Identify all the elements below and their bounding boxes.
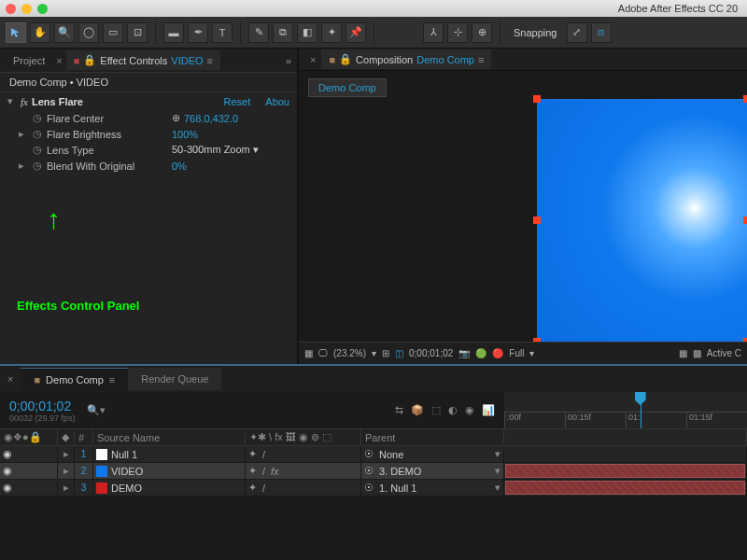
clone-tool[interactable]: ⧉: [273, 22, 293, 43]
snap-bounds-icon[interactable]: ⧈: [591, 22, 612, 43]
layer-name[interactable]: VIDEO: [111, 466, 143, 477]
motion-blur-icon[interactable]: ◉: [465, 404, 474, 416]
parent-dropdown[interactable]: None: [379, 449, 403, 460]
effect-header[interactable]: ▾ fx Lens Flare Reset Abou: [0, 91, 297, 110]
canvas-preview[interactable]: [537, 99, 747, 342]
zoom-tool[interactable]: 🔍: [54, 22, 75, 43]
fx-badge-icon[interactable]: fx: [21, 96, 28, 107]
shy-switch-icon[interactable]: ✦: [248, 482, 257, 494]
prop-value-dropdown[interactable]: 50-300mm Zoom ▾: [172, 144, 259, 156]
layer-row[interactable]: ◉▸3DEMO✦/☉1. Null 1▾: [0, 480, 747, 497]
stopwatch-icon[interactable]: ◷: [32, 161, 43, 172]
close-window-button[interactable]: [6, 4, 16, 14]
parent-dropdown[interactable]: 3. DEMO: [379, 466, 421, 477]
roto-tool[interactable]: ✦: [321, 22, 342, 43]
lock-icon[interactable]: 🔒: [339, 53, 352, 65]
disclosure-arrow-icon[interactable]: ▾: [7, 95, 17, 107]
rect-tool[interactable]: ▬: [163, 22, 184, 43]
current-timecode[interactable]: 0;00;01;02: [9, 399, 76, 413]
panel-overflow-icon[interactable]: »: [286, 55, 291, 66]
orbit-tool[interactable]: ◯: [78, 22, 99, 43]
transform-handle[interactable]: [533, 217, 541, 224]
lock-icon[interactable]: 🔒: [83, 54, 96, 66]
transform-handle[interactable]: [533, 338, 541, 342]
draft-3d-icon[interactable]: 📦: [411, 404, 424, 416]
parent-dropdown[interactable]: 1. Null 1: [379, 483, 416, 494]
comp-name-link[interactable]: Demo Comp: [416, 54, 474, 65]
disclosure-arrow-icon[interactable]: ▸: [19, 160, 28, 172]
time-ruler-area[interactable]: :00f 00:15f 01: 01:15f: [504, 392, 747, 428]
prop-value[interactable]: 0%: [172, 161, 187, 172]
pickwhip-icon[interactable]: ☉: [364, 465, 374, 477]
snapshot-icon[interactable]: 📷: [458, 348, 470, 358]
shy-switch-icon[interactable]: ✦: [248, 465, 257, 477]
frame-blend-icon[interactable]: ◐: [448, 404, 458, 416]
axis-view-icon[interactable]: ⊕: [472, 22, 492, 43]
snapping-toggle[interactable]: ⤢: [567, 22, 587, 43]
layer-bar[interactable]: [505, 464, 745, 478]
source-name-header[interactable]: Source Name: [93, 429, 246, 445]
eraser-tool[interactable]: ◧: [297, 22, 317, 43]
transform-handle[interactable]: [743, 95, 747, 103]
transform-handle[interactable]: [743, 338, 747, 342]
effect-target-link[interactable]: VIDEO: [171, 55, 203, 66]
tab-close-icon[interactable]: ×: [304, 54, 321, 65]
effect-about-link[interactable]: Abou: [265, 96, 289, 107]
effect-reset-link[interactable]: Reset: [224, 96, 251, 107]
active-camera-label[interactable]: Active C: [707, 348, 741, 358]
zoom-level[interactable]: (23.2%): [333, 348, 366, 358]
transform-handle[interactable]: [533, 95, 541, 103]
selection-tool[interactable]: [6, 22, 26, 43]
pickwhip-icon[interactable]: ☉: [364, 482, 374, 494]
layer-row[interactable]: ◉▸2VIDEO✦/fx☉3. DEMO▾: [0, 463, 747, 480]
crosshair-icon[interactable]: ⊕: [172, 112, 180, 124]
fx-switch-icon[interactable]: fx: [271, 466, 279, 477]
resolution-dropdown[interactable]: Full: [509, 348, 524, 358]
color-icon[interactable]: 🔴: [492, 348, 503, 358]
channel-icon[interactable]: 🟢: [475, 348, 486, 358]
layer-name[interactable]: DEMO: [111, 483, 142, 494]
monitor-icon[interactable]: 🖵: [318, 348, 328, 358]
stopwatch-icon[interactable]: ◷: [32, 113, 43, 124]
dropdown-arrow-icon[interactable]: ▾: [529, 348, 534, 358]
stopwatch-icon[interactable]: ◷: [32, 129, 43, 140]
visibility-icon[interactable]: ◉: [3, 465, 12, 477]
visibility-icon[interactable]: ◉: [3, 448, 12, 460]
axis-world-icon[interactable]: ⊹: [447, 22, 468, 43]
minimize-window-button[interactable]: [21, 4, 32, 14]
dropdown-arrow-icon[interactable]: ▾: [372, 348, 376, 358]
prop-value[interactable]: 100%: [172, 129, 198, 140]
search-icon[interactable]: 🔍▾: [87, 404, 106, 416]
camera-tool[interactable]: ⊡: [127, 22, 148, 43]
playhead[interactable]: [641, 392, 641, 428]
composition-tab[interactable]: ■ 🔒 Composition Demo Comp ≡: [321, 49, 491, 69]
layer-color-swatch[interactable]: [96, 466, 107, 477]
res-icon[interactable]: ⊞: [382, 348, 389, 358]
layer-color-swatch[interactable]: [96, 483, 107, 494]
view-layout-icon[interactable]: ▦: [679, 348, 687, 358]
safe-zones-icon[interactable]: ◫: [395, 348, 403, 358]
maximize-window-button[interactable]: [37, 4, 48, 14]
layer-name[interactable]: Null 1: [111, 449, 137, 460]
graph-editor-icon[interactable]: 📊: [482, 404, 495, 416]
twirl-arrow-icon[interactable]: ▸: [63, 448, 69, 460]
transparency-grid-icon[interactable]: ▩: [693, 348, 701, 358]
tab-close-icon[interactable]: ×: [52, 55, 65, 66]
timeline-comp-tab[interactable]: ■ Demo Comp ≡: [21, 368, 128, 391]
hand-tool[interactable]: ✋: [30, 22, 50, 43]
stopwatch-icon[interactable]: ◷: [32, 145, 43, 156]
pen-tool[interactable]: ✒: [188, 22, 208, 43]
tab-close-icon[interactable]: ×: [0, 373, 21, 385]
nested-comp-tab[interactable]: Demo Comp: [308, 78, 387, 97]
twirl-arrow-icon[interactable]: ▸: [63, 482, 69, 494]
prop-value[interactable]: 768.0,432.0: [184, 113, 238, 124]
layer-row[interactable]: ◉▸1Null 1✦/☉None▾: [0, 446, 747, 463]
visibility-icon[interactable]: ◉: [3, 482, 12, 494]
transform-handle[interactable]: [743, 217, 747, 224]
render-queue-tab[interactable]: Render Queue: [128, 368, 221, 390]
shy-switch-icon[interactable]: ✦: [248, 448, 257, 460]
brush-tool[interactable]: ✎: [248, 22, 269, 43]
twirl-arrow-icon[interactable]: ▸: [63, 465, 69, 477]
pickwhip-icon[interactable]: ☉: [364, 448, 374, 460]
type-tool[interactable]: T: [212, 22, 233, 43]
